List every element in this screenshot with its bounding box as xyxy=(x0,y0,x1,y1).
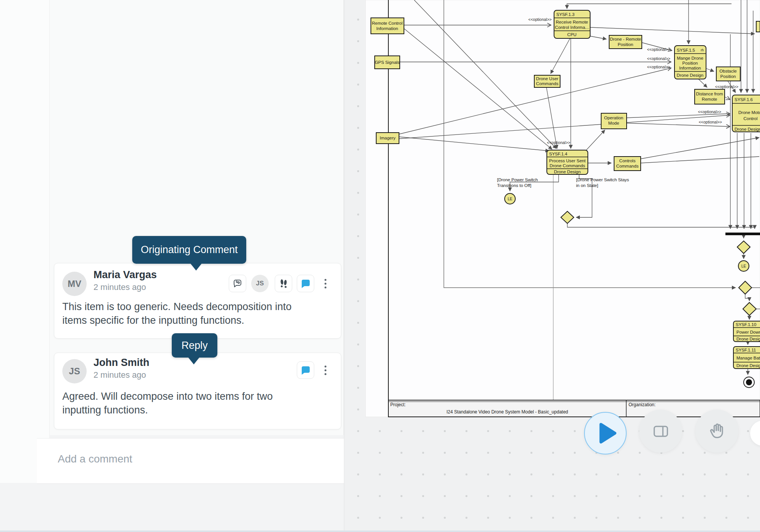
left-gutter xyxy=(0,0,50,483)
originating-comment-tooltip-label: Originating Comment xyxy=(141,244,238,256)
svg-text:SYSF.1.11: SYSF.1.11 xyxy=(736,348,756,352)
final-node-core xyxy=(746,379,752,385)
svg-text:[Drone Power Switch Stays: [Drone Power Switch Stays xyxy=(576,177,629,182)
participant-avatar: JS xyxy=(251,275,269,292)
project-label: Project: xyxy=(390,402,406,407)
svg-text:Drone Design: Drone Design xyxy=(677,73,703,78)
node-sysf-1-4[interactable]: SYSF.1.4 Process User Sent Drone Command… xyxy=(547,150,588,174)
node-sysf-1-6[interactable]: SYSF.1.6 Drone Motor Control Drone Desig… xyxy=(732,95,760,132)
reply-tooltip-label: Reply xyxy=(181,340,207,352)
comment-author: John Smith xyxy=(93,357,149,369)
comment-menu-button[interactable] xyxy=(321,275,329,292)
node-sysf-1-5[interactable]: SYSF.1.5 rh Mange Drone Position Informa… xyxy=(674,46,706,79)
svg-text:Mode: Mode xyxy=(608,121,619,125)
side-panel-toggle-button[interactable] xyxy=(639,410,682,453)
comment-timestamp: 2 minutes ago xyxy=(93,370,146,380)
svg-text:Position: Position xyxy=(720,74,736,79)
svg-text:Drone Design: Drone Design xyxy=(735,127,760,131)
svg-text:CPU: CPU xyxy=(567,32,576,37)
svg-text:Drone Motor: Drone Motor xyxy=(738,110,760,115)
comment-author: Maria Vargas xyxy=(93,269,157,281)
model-diagram: <<optional>> <<optional>> <<optional>> <… xyxy=(344,0,760,532)
svg-text:<<optional>>: <<optional>> xyxy=(528,17,551,22)
svg-text:Drone User: Drone User xyxy=(536,76,559,81)
svg-text:Operation: Operation xyxy=(604,116,624,120)
node-sysf-1-3[interactable]: SYSF.1.3 Receive Remote Control Informa.… xyxy=(554,10,590,38)
avatar: JS xyxy=(62,359,87,383)
footprints-icon xyxy=(278,278,289,289)
svg-text:SYSF.1.4: SYSF.1.4 xyxy=(549,152,568,156)
decomposed-badge: rh xyxy=(701,48,704,52)
comment-card-originating: MV Maria Vargas 2 minutes ago JS This it… xyxy=(54,263,341,339)
svg-text:GPS Signals: GPS Signals xyxy=(375,60,399,65)
comment-bubble-icon xyxy=(300,278,311,289)
svg-text:Position: Position xyxy=(618,42,633,47)
originating-comment-tooltip-tail xyxy=(190,263,202,271)
svg-text:Process User Sent: Process User Sent xyxy=(549,158,586,163)
comment-indicator-button[interactable] xyxy=(297,361,314,379)
node-remote-control-information[interactable] xyxy=(371,18,404,34)
comment-timestamp: 2 minutes ago xyxy=(93,282,146,292)
svg-text:Imagery: Imagery xyxy=(380,136,396,140)
svg-text:Remote: Remote xyxy=(702,97,717,101)
svg-text:Mange Drone: Mange Drone xyxy=(677,56,703,60)
svg-text:Commands: Commands xyxy=(616,164,639,168)
svg-text:Controls: Controls xyxy=(619,158,636,163)
svg-text:<<optional>>: <<optional>> xyxy=(698,109,721,114)
comment-bubble-icon xyxy=(300,365,311,375)
svg-text:Receive Remote: Receive Remote xyxy=(556,20,588,24)
svg-text:Position: Position xyxy=(682,61,698,65)
svg-text:in on State]: in on State] xyxy=(576,183,598,188)
svg-text:Drone - Remote: Drone - Remote xyxy=(610,37,641,41)
simulate-button[interactable] xyxy=(584,412,627,454)
participant-avatar-initials: JS xyxy=(256,280,264,287)
link-comment-button[interactable] xyxy=(229,275,246,292)
svg-text:Drone Desig: Drone Desig xyxy=(736,363,760,368)
comment-text: Agreed. Will decompose into two items fo… xyxy=(62,390,306,417)
comment-menu-button[interactable] xyxy=(321,361,329,379)
reply-tooltip: Reply xyxy=(172,333,217,358)
join-bar[interactable] xyxy=(725,233,760,235)
footprints-button[interactable] xyxy=(275,275,292,292)
svg-text:LE: LE xyxy=(508,197,513,201)
svg-text:Commands: Commands xyxy=(536,81,559,86)
svg-text:<<optional>>: <<optional>> xyxy=(715,84,738,89)
originating-comment-tooltip: Originating Comment xyxy=(132,236,246,264)
svg-text:<<optional>>: <<optional>> xyxy=(647,47,670,52)
svg-text:[Drone Power Switch: [Drone Power Switch xyxy=(497,177,538,182)
comment-indicator-button[interactable] xyxy=(297,275,314,292)
svg-text:Obstacle: Obstacle xyxy=(719,69,736,73)
add-comment-placeholder: Add a comment xyxy=(58,453,132,465)
svg-text:<<optional>>: <<optional>> xyxy=(699,120,722,124)
organization-label: Organization: xyxy=(629,402,656,407)
svg-text:<<optional>>: <<optional>> xyxy=(547,140,570,145)
node-sysf-1-11[interactable]: SYSF.1.11 Manage Batte Drone Desig xyxy=(733,347,760,369)
avatar-initials: JS xyxy=(69,366,80,377)
play-icon xyxy=(585,412,626,454)
svg-text:Transitions to Off]: Transitions to Off] xyxy=(497,183,531,188)
svg-text:Drone Commands: Drone Commands xyxy=(549,163,585,168)
add-comment-input[interactable]: Add a comment xyxy=(37,438,344,484)
project-value: I24 Standalone Video Drone System Model … xyxy=(446,409,568,415)
svg-text:SYSF.1.10: SYSF.1.10 xyxy=(736,322,756,327)
svg-text:SYSF.1.5: SYSF.1.5 xyxy=(677,48,695,52)
pan-tool-button[interactable] xyxy=(695,410,738,453)
svg-text:Drone Design: Drone Design xyxy=(554,169,581,174)
reply-tooltip-tail xyxy=(188,357,200,364)
node-clipped-right[interactable] xyxy=(756,21,760,32)
comment-link-icon xyxy=(232,278,243,289)
svg-text:Information: Information xyxy=(376,26,398,31)
avatar-initials: MV xyxy=(68,279,81,289)
svg-text:Remote Control: Remote Control xyxy=(372,21,403,25)
svg-text:Power Down.: Power Down. xyxy=(736,330,760,334)
svg-text:<<optional>>: <<optional>> xyxy=(647,65,670,69)
svg-text:Information: Information xyxy=(679,66,701,70)
hand-icon xyxy=(707,421,727,441)
svg-text:Control: Control xyxy=(743,116,757,121)
svg-text:Distance from: Distance from xyxy=(696,92,723,96)
node-sysf-1-10[interactable]: SYSF.1.10 Power Down. Drone Desig xyxy=(733,321,760,342)
split-panel-icon xyxy=(651,421,671,441)
svg-text:<<optional>>: <<optional>> xyxy=(647,56,670,61)
comment-text: This item is too generic. Needs decompos… xyxy=(62,300,306,327)
svg-text:Manage Batte: Manage Batte xyxy=(736,356,760,360)
